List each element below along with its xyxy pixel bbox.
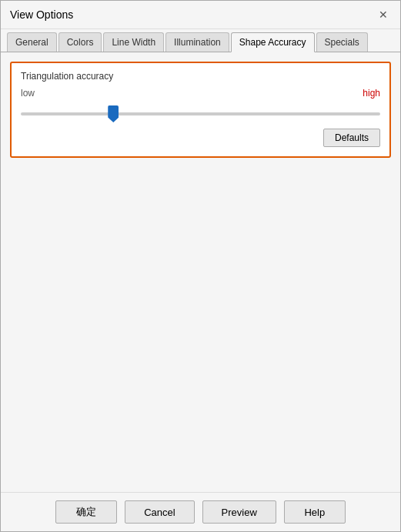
preview-button[interactable]: Preview (202, 500, 276, 524)
tab-shape-accuracy[interactable]: Shape Accuracy (231, 32, 315, 52)
tab-colors[interactable]: Colors (58, 32, 102, 52)
tab-bar: General Colors Line Width Illumination S… (1, 29, 400, 52)
ok-button[interactable]: 确定 (55, 500, 117, 524)
tab-specials[interactable]: Specials (316, 32, 368, 52)
close-button[interactable]: ✕ (376, 7, 391, 22)
tab-general[interactable]: General (7, 32, 57, 52)
help-button[interactable]: Help (284, 500, 346, 524)
high-label: high (363, 88, 380, 99)
slider-labels-row: low high (21, 88, 380, 99)
triangulation-panel: Triangulation accuracy low high Defaults (10, 62, 391, 158)
section-label: Triangulation accuracy (21, 71, 380, 82)
slider-container (21, 103, 380, 121)
low-label: low (21, 88, 35, 99)
tab-line-width[interactable]: Line Width (103, 32, 164, 52)
content-area: Triangulation accuracy low high Defaults (1, 52, 400, 492)
view-options-window: View Options ✕ General Colors Line Width… (0, 0, 401, 532)
bottom-buttons: 确定 Cancel Preview Help (1, 492, 400, 531)
window-title: View Options (10, 8, 73, 21)
cancel-button[interactable]: Cancel (125, 500, 194, 524)
defaults-row: Defaults (21, 129, 380, 147)
title-bar: View Options ✕ (1, 1, 400, 29)
tab-illumination[interactable]: Illumination (165, 32, 229, 52)
defaults-button[interactable]: Defaults (323, 129, 380, 147)
accuracy-slider[interactable] (21, 112, 380, 115)
